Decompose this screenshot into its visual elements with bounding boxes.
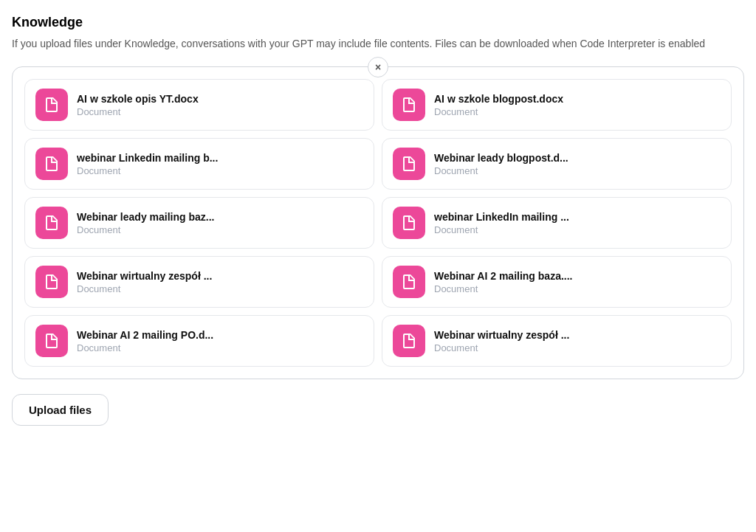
file-type: Document (434, 342, 569, 353)
files-container: × AI w szkole opis YT.docxDocument AI w … (12, 66, 744, 379)
document-icon (393, 266, 425, 298)
file-item[interactable]: Webinar AI 2 mailing PO.d...Document (24, 315, 374, 367)
document-icon (393, 325, 425, 357)
file-item[interactable]: AI w szkole blogpost.docxDocument (382, 79, 732, 131)
file-name: Webinar AI 2 mailing PO.d... (77, 329, 213, 341)
files-grid: AI w szkole opis YT.docxDocument AI w sz… (24, 79, 732, 367)
close-button[interactable]: × (368, 57, 388, 77)
file-name: AI w szkole opis YT.docx (77, 93, 199, 105)
file-type: Document (434, 283, 573, 294)
document-icon (35, 207, 68, 239)
file-type: Document (434, 106, 563, 117)
document-icon (35, 89, 68, 121)
document-icon (393, 207, 425, 239)
file-item[interactable]: Webinar leady mailing baz...Document (24, 197, 374, 249)
file-type: Document (434, 165, 568, 176)
document-icon (393, 89, 425, 121)
file-type: Document (77, 106, 199, 117)
file-item[interactable]: Webinar wirtualny zespół ...Document (24, 256, 374, 308)
upload-files-button[interactable]: Upload files (12, 394, 109, 426)
file-name: AI w szkole blogpost.docx (434, 93, 563, 105)
document-icon (393, 148, 425, 180)
file-type: Document (434, 224, 569, 235)
file-item[interactable]: Webinar leady blogpost.d...Document (382, 138, 732, 190)
upload-files-label: Upload files (29, 404, 92, 416)
file-item[interactable]: Webinar wirtualny zespół ...Document (382, 315, 732, 367)
file-name: Webinar wirtualny zespół ... (77, 270, 212, 282)
file-type: Document (77, 283, 212, 294)
file-item[interactable]: webinar Linkedin mailing b...Document (24, 138, 374, 190)
file-type: Document (77, 165, 218, 176)
file-item[interactable]: Webinar AI 2 mailing baza....Document (382, 256, 732, 308)
file-name: Webinar AI 2 mailing baza.... (434, 270, 573, 282)
file-name: Webinar leady blogpost.d... (434, 152, 568, 164)
file-name: webinar Linkedin mailing b... (77, 152, 218, 164)
section-title: Knowledge (12, 15, 744, 30)
file-item[interactable]: webinar LinkedIn mailing ...Document (382, 197, 732, 249)
file-item[interactable]: AI w szkole opis YT.docxDocument (24, 79, 374, 131)
document-icon (35, 325, 68, 357)
document-icon (35, 266, 68, 298)
file-name: Webinar leady mailing baz... (77, 211, 214, 223)
file-name: webinar LinkedIn mailing ... (434, 211, 569, 223)
document-icon (35, 148, 68, 180)
file-type: Document (77, 224, 214, 235)
file-name: Webinar wirtualny zespół ... (434, 329, 569, 341)
file-type: Document (77, 342, 213, 353)
section-description: If you upload files under Knowledge, con… (12, 36, 744, 52)
